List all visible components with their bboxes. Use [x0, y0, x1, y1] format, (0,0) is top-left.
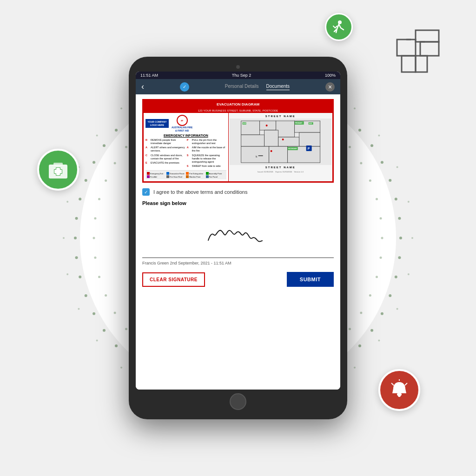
tablet-frame: 11:51 AM Thu Sep 2 100% ‹ ✓ Personal Det…	[129, 57, 347, 419]
floor-plan-map: EXIT EXIT P N PRI	[230, 119, 331, 165]
svg-rect-1	[416, 30, 439, 42]
sign-label: Please sign below	[142, 200, 334, 206]
emergency-row-p: P PULL the pin from the extinguisher and…	[187, 139, 226, 145]
legend-item-5: First Aid	[147, 175, 166, 178]
emergency-row-c: C CLOSE windows and doors, contain the s…	[145, 154, 185, 160]
tab-documents[interactable]: Documents	[266, 84, 290, 90]
legend-item-4: Assembly Point	[206, 172, 225, 175]
tablet-screen: 11:51 AM Thu Sep 2 100% ‹ ✓ Personal Det…	[136, 72, 340, 390]
evac-right-col: STREET NAME	[229, 113, 332, 181]
svg-text:EXIT: EXIT	[309, 123, 312, 125]
terms-checkbox[interactable]: ✓	[142, 188, 150, 196]
svg-point-32	[270, 150, 272, 152]
evac-left-col: YOUR COMPANY LOGO HERE AF AUSTRALIAN FIR…	[144, 113, 229, 181]
svg-rect-13	[278, 137, 299, 146]
emergency-row-s1: S SQUEEZE the operating handle to releas…	[187, 154, 226, 164]
legend-grid: Emergency Exit Evacuation Route Fire Ext…	[147, 172, 225, 178]
affa-circle: AF	[177, 115, 188, 126]
emergency-row-s2: S SWEEP from side to side	[187, 165, 226, 168]
evac-logo-area: YOUR COMPANY LOGO HERE AF AUSTRALIAN FIR…	[145, 115, 226, 132]
legend-item-6: Fire Hose Reel	[166, 175, 185, 178]
terms-text: I agree to the above terms and condition…	[153, 189, 247, 195]
svg-rect-34	[53, 163, 63, 165]
signature-area[interactable]	[142, 212, 334, 258]
svg-point-30	[265, 125, 267, 126]
logo-line1: YOUR COMPANY	[147, 120, 167, 124]
svg-rect-3	[402, 56, 416, 72]
svg-point-39	[338, 20, 342, 24]
nav-check-icon: ✓	[180, 82, 189, 92]
status-bar: 11:51 AM Thu Sep 2 100%	[136, 72, 340, 79]
legend-item-3: Fire Extinguisher	[186, 172, 205, 175]
evac-subtitle: 123 YOUR BUSINESS STREET, SUBURB, STATE,…	[144, 108, 332, 113]
content-area: EVACUATION DIAGRAM 123 YOUR BUSINESS STR…	[136, 94, 340, 390]
evac-title: EVACUATION DIAGRAM	[144, 100, 332, 108]
svg-rect-0	[397, 40, 416, 56]
svg-rect-38	[54, 170, 62, 173]
tablet-camera	[236, 65, 240, 69]
submit-button[interactable]: SUBMIT	[287, 272, 334, 287]
company-logo: YOUR COMPANY LOGO HERE	[145, 119, 169, 128]
evac-footer-info: Issued: 01/01/2021 Expires: 01/01/2024 V…	[230, 170, 331, 174]
svg-point-31	[282, 139, 284, 140]
emergency-row-e: E EVACUATE the premises	[145, 161, 185, 165]
alarm-badge	[378, 369, 420, 411]
logo-line2: LOGO HERE	[147, 124, 167, 127]
street-name-bottom: STREET NAME	[230, 165, 331, 170]
signature-svg	[201, 216, 275, 253]
emergency-col-left: R REMOVE people from immediate danger A …	[145, 139, 185, 169]
svg-point-41	[398, 394, 401, 397]
svg-text:EXIT: EXIT	[243, 123, 246, 125]
svg-text:PRIMARY: PRIMARY	[295, 122, 303, 124]
legend-item-2: Evacuation Route	[166, 172, 185, 175]
status-battery: 100%	[325, 73, 336, 78]
svg-rect-2	[420, 42, 439, 56]
back-button[interactable]: ‹	[141, 82, 144, 92]
first-aid-icon	[46, 158, 70, 181]
status-date: Thu Sep 2	[232, 73, 251, 78]
svg-rect-16	[269, 146, 287, 163]
affa-text: AUSTRALIAN FIRE& FIRST AID	[172, 126, 192, 132]
close-button[interactable]: ×	[325, 82, 335, 92]
svg-text:N: N	[255, 155, 257, 158]
floorplan-icon	[392, 26, 443, 79]
emergency-info-title: EMERGENCY INFORMATION	[145, 134, 226, 137]
evac-body: YOUR COMPANY LOGO HERE AF AUSTRALIAN FIR…	[144, 113, 332, 181]
first-aid-badge	[37, 149, 79, 191]
clear-signature-button[interactable]: CLEAR SIGNATURE	[142, 272, 205, 287]
svg-rect-15	[241, 146, 269, 163]
evac-legend: Emergency Exit Evacuation Route Fire Ext…	[145, 170, 226, 179]
emergency-col-right: P PULL the pin from the extinguisher and…	[187, 139, 226, 169]
svg-rect-12	[264, 130, 278, 146]
svg-line-42	[391, 383, 394, 385]
svg-rect-9	[276, 121, 294, 137]
legend-item-1: Emergency Exit	[147, 172, 166, 175]
svg-text:SECONDARY: SECONDARY	[288, 148, 297, 150]
emergency-row-r: R REMOVE people from immediate danger	[145, 139, 185, 145]
emergency-row-a1: A ALERT others and emergency services.	[145, 146, 185, 152]
alarm-icon	[388, 378, 411, 402]
evac-issued: Issued: 01/01/2021	[258, 171, 273, 173]
signature-baseline	[142, 258, 334, 258]
evac-badge	[325, 13, 353, 41]
legend-item-7: Warden Point	[186, 175, 205, 178]
evac-diagram: EVACUATION DIAGRAM 123 YOUR BUSINESS STR…	[142, 99, 334, 183]
svg-rect-11	[241, 135, 264, 146]
tab-personal-details[interactable]: Personal Details	[225, 84, 259, 90]
emergency-row-a2: A AIM the nozzle at the base of the fire	[187, 146, 226, 152]
tablet-home-button[interactable]	[230, 393, 246, 410]
svg-rect-4	[416, 56, 427, 72]
status-time: 11:51 AM	[140, 73, 158, 78]
emergency-cols: R REMOVE people from immediate danger A …	[145, 139, 226, 169]
button-row: CLEAR SIGNATURE SUBMIT	[142, 272, 334, 290]
nav-tabs: Personal Details Documents	[225, 84, 290, 90]
legend-item-8: Fire Panel	[206, 175, 225, 178]
svg-rect-14	[299, 132, 320, 146]
nav-bar: ‹ ✓ Personal Details Documents ×	[136, 79, 340, 94]
affa-logo: AF AUSTRALIAN FIRE& FIRST AID	[172, 115, 192, 132]
terms-row: ✓ I agree to the above terms and conditi…	[142, 188, 334, 196]
svg-line-43	[405, 383, 407, 385]
svg-text:P: P	[307, 147, 310, 150]
evac-expires: Expires: 01/01/2024	[276, 171, 292, 173]
svg-rect-8	[259, 121, 276, 130]
